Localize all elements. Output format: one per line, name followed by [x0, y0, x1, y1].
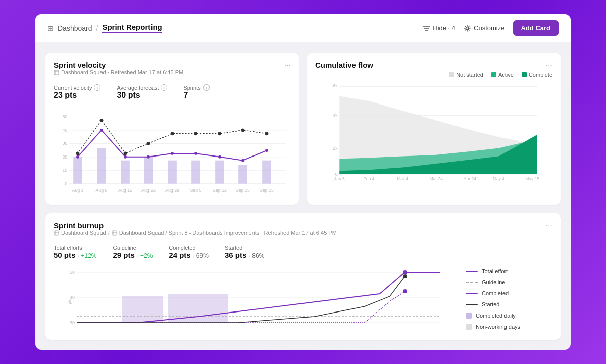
cumulative-flow-svg: 6k 4k 2k 0 — [315, 82, 552, 183]
svg-text:Sep 15: Sep 15 — [260, 188, 274, 193]
svg-point-3 — [466, 27, 469, 29]
svg-text:6k: 6k — [333, 83, 338, 88]
guideline-pct: +2% — [140, 252, 153, 259]
svg-text:30: 30 — [63, 141, 68, 146]
started-legend-label: Started — [482, 301, 499, 307]
current-velocity-info[interactable]: i — [94, 84, 100, 91]
sprint-burnup-menu[interactable]: ··· — [546, 221, 552, 230]
svg-point-88 — [403, 274, 407, 278]
sprint-velocity-stats: Current velocity i 23 pts Average foreca… — [54, 84, 291, 100]
sprint-burnup-header: Sprint burnup Dashboard Squad / — [54, 221, 552, 243]
legend-non-working-days: Non-working days — [466, 324, 552, 330]
active-icon — [491, 72, 496, 77]
cumulative-flow-card: Cumulative flow ··· Not started Active — [307, 53, 561, 205]
legend-completed-daily: Completed daily — [466, 313, 552, 319]
legend-started: Started — [466, 301, 552, 307]
started-label: Started — [225, 245, 265, 251]
burnup-stats-row: Total efforts 50 pts · +12% Guideline 29… — [54, 245, 552, 260]
sprints-stat: Sprints i 7 — [183, 84, 209, 100]
sprints-info[interactable]: i — [203, 84, 210, 91]
customize-button[interactable]: Customize — [464, 24, 504, 32]
burnup-squad-icon — [54, 230, 59, 236]
legend-total-effort: Total effort — [466, 268, 552, 274]
current-velocity-value: 23 pts — [54, 91, 100, 100]
total-efforts-value: 50 pts — [54, 251, 75, 259]
sprint-velocity-menu[interactable]: ··· — [284, 61, 291, 70]
svg-point-31 — [147, 142, 150, 145]
avg-forecast-label: Average forecast i — [117, 84, 167, 91]
svg-point-34 — [218, 132, 222, 135]
completed-legend-line — [466, 293, 478, 294]
svg-point-44 — [241, 159, 244, 162]
svg-point-42 — [194, 152, 197, 155]
svg-text:50: 50 — [70, 270, 75, 275]
breadcrumb-separator: / — [96, 24, 98, 32]
guideline-change: · — [137, 252, 140, 259]
guideline-stat: Guideline 29 pts · +2% — [113, 245, 153, 260]
filter-icon — [423, 25, 430, 32]
cumulative-flow-menu[interactable]: ··· — [546, 61, 552, 70]
current-velocity-stat: Current velocity i 23 pts — [54, 84, 100, 100]
svg-text:50: 50 — [63, 114, 68, 119]
svg-point-32 — [171, 132, 174, 135]
legend-active: Active — [491, 72, 514, 78]
completed-value: 24 pts — [169, 251, 190, 259]
svg-rect-21 — [121, 161, 130, 184]
svg-text:Sep 15: Sep 15 — [236, 188, 250, 193]
guideline-label: Guideline — [113, 245, 153, 251]
velocity-chart-svg: 50 40 30 20 10 0 — [54, 106, 291, 197]
svg-point-33 — [194, 132, 198, 135]
sprint-burnup-card: Sprint burnup Dashboard Squad / — [45, 213, 561, 340]
svg-text:pts: pts — [67, 299, 72, 304]
svg-point-87 — [403, 289, 407, 293]
svg-text:20: 20 — [63, 154, 68, 160]
svg-point-35 — [241, 128, 245, 132]
total-effort-legend-line — [466, 271, 478, 272]
completed-daily-legend-label: Completed daily — [476, 313, 516, 319]
breadcrumb-home[interactable]: Dashboard — [58, 24, 92, 32]
total-efforts-stat: Total efforts 50 pts · +12% — [54, 245, 97, 260]
breadcrumb-current: Sprint Reporting — [102, 23, 162, 33]
svg-point-37 — [76, 155, 79, 159]
svg-rect-24 — [191, 161, 200, 184]
header: ⊞ Dashboard / Sprint Reporting Hide · 4 — [35, 14, 571, 42]
svg-rect-4 — [54, 70, 59, 75]
svg-text:May 4: May 4 — [493, 176, 505, 181]
legend-guideline: Guideline — [466, 279, 552, 285]
svg-text:4k: 4k — [333, 113, 338, 118]
svg-text:Aug 15: Aug 15 — [118, 188, 132, 193]
sprint-velocity-header: Sprint velocity Dashboard Squad · Refres… — [54, 61, 291, 82]
svg-text:Mar 4: Mar 4 — [397, 176, 408, 181]
legend-complete: Complete — [522, 72, 552, 78]
svg-rect-23 — [168, 161, 177, 184]
completed-pct-val: 69% — [196, 252, 209, 259]
total-effort-legend-label: Total effort — [482, 268, 508, 274]
not-started-label: Not started — [456, 72, 483, 78]
svg-point-39 — [124, 155, 127, 159]
avg-forecast-info[interactable]: i — [161, 84, 167, 91]
add-card-button[interactable]: Add Card — [513, 20, 559, 36]
not-started-icon — [449, 72, 454, 77]
svg-text:Aug 22: Aug 22 — [141, 188, 156, 193]
svg-text:Aug 29: Aug 29 — [165, 188, 179, 193]
burnup-chart-svg: 50 40 30 pts — [54, 266, 453, 332]
svg-point-36 — [265, 132, 269, 135]
svg-text:Aug 1: Aug 1 — [72, 188, 83, 193]
started-value: 36 pts — [225, 251, 246, 259]
svg-point-29 — [100, 119, 104, 122]
started-value-group: 36 pts · 86% — [225, 251, 265, 260]
hide-button[interactable]: Hide · 4 — [423, 24, 456, 32]
cumulative-flow-title: Cumulative flow — [315, 61, 373, 69]
completed-daily-legend-box — [466, 313, 472, 319]
complete-label: Complete — [529, 72, 552, 78]
svg-text:Sep 12: Sep 12 — [213, 188, 227, 193]
svg-text:Apr 24: Apr 24 — [464, 176, 476, 181]
non-working-days-legend-label: Non-working days — [476, 324, 520, 330]
sprint-burnup-title: Sprint burnup — [54, 221, 337, 230]
svg-point-86 — [403, 270, 407, 274]
svg-rect-20 — [97, 148, 106, 183]
svg-text:30: 30 — [70, 320, 75, 325]
svg-rect-19 — [73, 157, 82, 184]
sprint-velocity-title-group: Sprint velocity Dashboard Squad · Refres… — [54, 61, 183, 82]
svg-text:Jan 3: Jan 3 — [334, 176, 345, 181]
